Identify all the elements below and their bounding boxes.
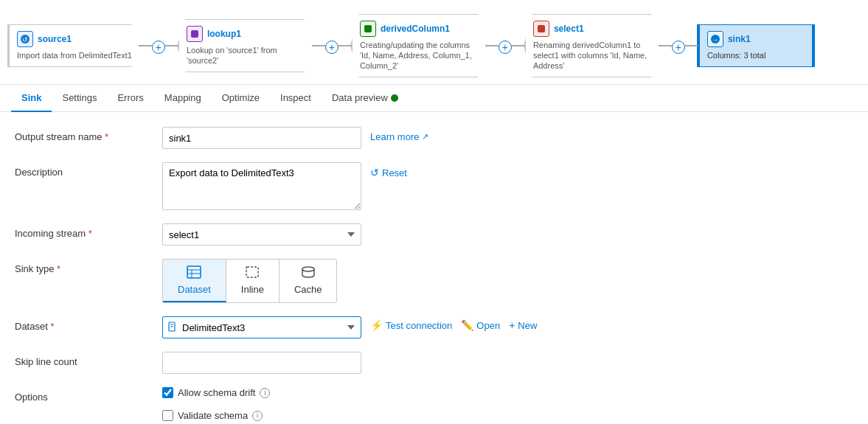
connector-3: [485, 45, 500, 46]
connector-1b: [164, 45, 178, 46]
connector-1: [139, 45, 153, 46]
skip-line-count-label: Skip line count: [15, 352, 162, 367]
tab-data-preview[interactable]: Data preview: [322, 85, 409, 112]
sink-type-group: Dataset Inline Cache: [162, 259, 337, 303]
tab-mapping[interactable]: Mapping: [154, 85, 212, 112]
description-input[interactable]: Export data to DelimitedText3: [162, 162, 361, 210]
allow-schema-drift-checkbox[interactable]: [162, 387, 173, 398]
connector-2b: [337, 45, 352, 46]
skip-line-count-input[interactable]: [162, 352, 361, 374]
svg-rect-4: [538, 25, 545, 32]
pipeline-node-lookup1[interactable]: lookup1 Lookup on 'source1' from 'source…: [177, 19, 313, 73]
form-area: Output stream name * Learn more ↗ Descri…: [0, 112, 868, 424]
dataset-select-wrap: DelimitedText3: [162, 316, 361, 338]
pipeline-canvas: ↺ source1 Import data from DelimitedText…: [0, 0, 868, 85]
validate-schema-row: Validate schema i: [162, 410, 263, 421]
test-connection-btn[interactable]: ⚡ Test connection: [370, 319, 452, 331]
validate-schema-checkbox[interactable]: [162, 410, 173, 421]
pipeline-node-derivedcolumn1[interactable]: derivedColumn1 Creating/updating the col…: [350, 14, 487, 78]
dataset-action-btns: ⚡ Test connection ✏️ Open + New: [370, 316, 537, 331]
cache-icon: [301, 265, 316, 281]
options-label: Options: [15, 387, 162, 403]
dataset-icon: [187, 265, 201, 281]
svg-text:→: →: [712, 36, 718, 44]
incoming-stream-label: Incoming stream *: [15, 223, 162, 239]
tab-sink[interactable]: Sink: [11, 85, 52, 112]
reset-icon: ↺: [370, 167, 379, 178]
output-stream-content: Learn more ↗: [162, 127, 853, 149]
svg-rect-2: [191, 30, 198, 38]
svg-rect-11: [246, 267, 258, 277]
add-between-source-lookup[interactable]: +: [152, 41, 165, 54]
incoming-stream-content: select1: [162, 223, 853, 246]
node-title-sink1: sink1: [728, 34, 751, 44]
node-desc-select1: Renaming derivedColumn1 to select1 with …: [533, 40, 652, 72]
description-content: Export data to DelimitedText3 ↺ Reset: [162, 162, 853, 210]
dataset-file-icon: [168, 322, 177, 334]
connector-4b: [684, 45, 698, 46]
connector-4: [659, 45, 673, 46]
tab-inspect[interactable]: Inspect: [270, 85, 322, 112]
incoming-stream-select[interactable]: select1: [162, 223, 361, 246]
allow-schema-drift-row: Allow schema drift i: [162, 387, 270, 398]
svg-rect-3: [364, 25, 372, 32]
inline-icon: [245, 265, 260, 281]
node-desc-derived1: Creating/updating the columns 'Id, Name,…: [360, 40, 479, 72]
skip-line-count-content: [162, 352, 853, 374]
options-content: Allow schema drift i Validate schema i: [162, 387, 853, 424]
description-row: Description Export data to DelimitedText…: [15, 162, 853, 210]
svg-text:↺: ↺: [22, 36, 28, 44]
add-between-derived-select[interactable]: +: [499, 41, 512, 54]
sink-type-row: Sink type * Dataset Inline: [15, 259, 853, 303]
connector-2: [312, 45, 327, 46]
dataset-row: Dataset * DelimitedText3 ⚡ Test connecti…: [15, 316, 853, 338]
svg-rect-7: [187, 266, 201, 278]
node-title-lookup1: lookup1: [207, 29, 241, 39]
node-title-select1: select1: [554, 24, 584, 34]
description-label: Description: [15, 162, 162, 178]
node-desc-sink1: Columns: 3 total: [707, 50, 805, 60]
node-desc-lookup1: Lookup on 'source1' from 'source2': [187, 45, 305, 66]
output-stream-label: Output stream name *: [15, 127, 162, 142]
tab-optimize[interactable]: Optimize: [212, 85, 270, 112]
tab-errors[interactable]: Errors: [107, 85, 153, 112]
dataset-content: DelimitedText3 ⚡ Test connection ✏️ Open…: [162, 316, 853, 338]
allow-schema-drift-info-icon[interactable]: i: [260, 388, 270, 398]
add-between-select-sink[interactable]: +: [672, 41, 685, 54]
output-stream-name-input[interactable]: [162, 127, 361, 149]
output-stream-row: Output stream name * Learn more ↗: [15, 127, 853, 149]
validate-schema-info-icon[interactable]: i: [252, 411, 263, 421]
pipeline-node-source1[interactable]: ↺ source1 Import data from DelimitedText…: [7, 24, 140, 67]
sink-type-label: Sink type *: [15, 259, 162, 274]
external-link-icon: ↗: [422, 132, 428, 142]
skip-line-count-row: Skip line count: [15, 352, 853, 374]
tabs-bar: Sink Settings Errors Mapping Optimize In…: [0, 85, 868, 112]
node-title-source1: source1: [38, 34, 72, 44]
pipeline-node-select1[interactable]: select1 Renaming derivedColumn1 to selec…: [524, 14, 660, 78]
incoming-stream-row: Incoming stream * select1: [15, 223, 853, 246]
tab-settings[interactable]: Settings: [52, 85, 107, 112]
dataset-label: Dataset *: [15, 316, 162, 332]
open-btn[interactable]: ✏️ Open: [461, 319, 500, 331]
sink-type-cache-btn[interactable]: Cache: [280, 260, 337, 302]
dataset-select[interactable]: DelimitedText3: [162, 316, 361, 338]
test-connection-icon: ⚡: [370, 319, 383, 331]
svg-point-12: [302, 267, 314, 271]
node-title-derived1: derivedColumn1: [381, 24, 450, 34]
node-desc-source1: Import data from DelimitedText1: [17, 50, 132, 60]
options-row: Options Allow schema drift i Validate sc…: [15, 387, 853, 424]
sink-type-content: Dataset Inline Cache: [162, 259, 853, 303]
add-between-lookup-derived[interactable]: +: [325, 41, 338, 54]
validate-schema-label: Validate schema: [178, 410, 248, 421]
new-btn[interactable]: + New: [509, 319, 537, 331]
connector-3b: [510, 45, 525, 46]
data-preview-dot: [391, 94, 398, 102]
sink-type-dataset-btn[interactable]: Dataset: [163, 260, 226, 302]
pipeline-node-sink1[interactable]: → sink1 Columns: 3 total: [697, 24, 815, 67]
open-icon: ✏️: [461, 319, 473, 331]
allow-schema-drift-label: Allow schema drift: [178, 387, 255, 398]
sink-type-inline-btn[interactable]: Inline: [226, 260, 280, 302]
new-icon: +: [509, 319, 515, 331]
learn-more-link[interactable]: Learn more ↗: [370, 127, 428, 142]
reset-button[interactable]: ↺ Reset: [370, 162, 407, 178]
